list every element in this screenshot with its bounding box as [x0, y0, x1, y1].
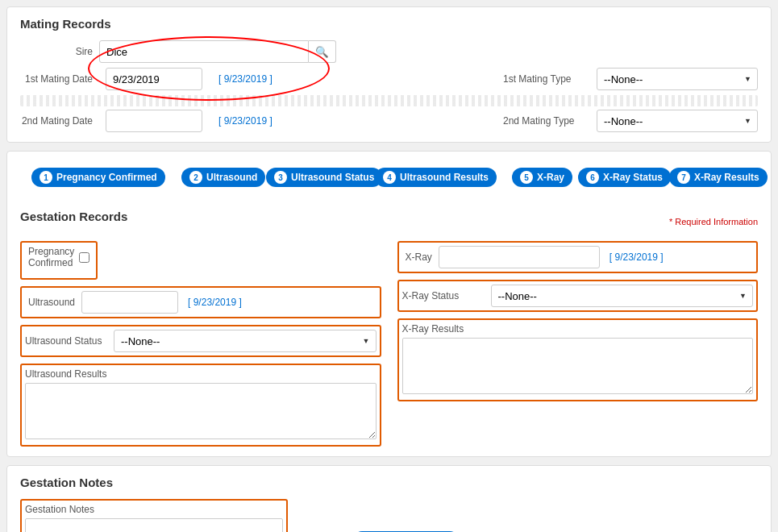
xray-status-select-wrapper: --None-- — [491, 285, 754, 307]
second-mating-type-select-wrapper: --None-- — [597, 110, 758, 132]
ultrasound-status-select[interactable]: --None-- — [114, 330, 377, 352]
gestation-notes-textarea[interactable] — [25, 518, 283, 532]
sire-input[interactable] — [99, 40, 309, 63]
preg-confirmed-label: PregnancyConfirmed — [28, 246, 74, 268]
gestation-notes-content: Gestation Notes 8 Gestation Notes — [20, 499, 758, 532]
ultrasound-date-input[interactable] — [81, 291, 178, 314]
page-wrapper: Mating Records Sire 🔍 1st Mating Date [ … — [0, 0, 778, 532]
second-mating-date-label: 2nd Mating Date — [20, 115, 93, 127]
badge-label-5: X-Ray — [537, 172, 564, 183]
ultrasound-results-box: Ultrasound Results — [20, 364, 381, 447]
ultrasound-results-label: Ultrasound Results — [25, 368, 377, 380]
xray-date-box: X-Ray [ 9/23/2019 ] — [397, 241, 759, 273]
ultrasound-results-textarea[interactable] — [25, 383, 377, 439]
badge-7: 7 X-Ray Results — [669, 168, 768, 187]
xray-status-label: X-Ray Status — [402, 290, 491, 301]
gestation-records-title: Gestation Records — [20, 210, 127, 223]
badge-num-4: 4 — [383, 171, 396, 184]
badge-num-1: 1 — [40, 171, 52, 184]
second-mating-type-label: 2nd Mating Type — [503, 115, 584, 127]
badge-label-2: Ultrasound — [206, 172, 257, 183]
first-mating-type-label: 1st Mating Type — [503, 73, 584, 85]
badge-4: 4 Ultrasound Results — [375, 168, 497, 187]
xray-date-input[interactable] — [439, 246, 600, 268]
badge-num-2: 2 — [189, 171, 202, 184]
badge-num-3: 3 — [274, 171, 287, 184]
pregnancy-confirmed-checkbox[interactable] — [79, 252, 89, 263]
pregnancy-confirmed-box: PregnancyConfirmed — [20, 241, 98, 280]
badge-num-7: 7 — [677, 171, 690, 184]
badge-label-3: Ultrasound Status — [291, 172, 374, 183]
ultrasound-status-label: Ultrasound Status — [25, 335, 114, 347]
ultrasound-date-hint: [ 9/23/2019 ] — [188, 297, 242, 308]
first-mating-date-input[interactable] — [106, 68, 202, 90]
badge-label-6: X-Ray Status — [603, 172, 663, 183]
gestation-notes-box: Gestation Notes — [20, 499, 288, 532]
badge-1: 1 Pregnancy Confirmed — [31, 168, 165, 187]
badge-2: 2 Ultrasound — [181, 168, 265, 187]
xray-results-box: X-Ray Results — [397, 318, 759, 401]
sire-input-group: 🔍 — [99, 40, 336, 63]
second-mating-type-select[interactable]: --None-- — [597, 110, 758, 132]
badge-label-1: Pregnancy Confirmed — [56, 172, 157, 183]
ultrasound-date-label: Ultrasound — [28, 297, 75, 308]
ultrasound-status-box: Ultrasound Status --None-- — [20, 325, 381, 357]
sire-row: Sire 🔍 — [20, 40, 758, 63]
second-mating-date-hint: [ 9/23/2019 ] — [218, 115, 273, 127]
xray-results-textarea[interactable] — [402, 338, 754, 394]
xray-date-label: X-Ray — [406, 251, 432, 263]
first-mating-type-select-wrapper: --None-- — [597, 68, 758, 90]
badge-label-4: Ultrasound Results — [400, 172, 489, 183]
first-mating-row: 1st Mating Date [ 9/23/2019 ] 1st Mating… — [20, 68, 758, 90]
badges-area: 1 Pregnancy Confirmed 2 Ultrasound 3 Ult… — [20, 161, 758, 210]
required-note: * Required Information — [669, 217, 758, 227]
xray-status-box: X-Ray Status --None-- — [397, 280, 759, 312]
mating-records-section: Mating Records Sire 🔍 1st Mating Date [ … — [6, 6, 772, 143]
ultrasound-status-select-wrapper: --None-- — [114, 330, 377, 352]
gestation-notes-title: Gestation Notes — [20, 476, 758, 489]
wavy-divider — [20, 95, 758, 106]
xray-status-select[interactable]: --None-- — [491, 285, 754, 307]
first-mating-date-hint: [ 9/23/2019 ] — [218, 73, 273, 85]
sire-search-button[interactable]: 🔍 — [309, 40, 336, 63]
gestation-notes-section: Gestation Notes Gestation Notes 8 Gestat… — [6, 465, 772, 532]
left-column: PregnancyConfirmed Ultrasound [ 9/23/201… — [20, 241, 381, 447]
xray-date-hint: [ 9/23/2019 ] — [610, 251, 664, 263]
preg-confirmed-row: PregnancyConfirmed — [28, 246, 89, 268]
right-column: X-Ray [ 9/23/2019 ] X-Ray Status --None-… — [397, 241, 759, 447]
gestation-records-section: 1 Pregnancy Confirmed 2 Ultrasound 3 Ult… — [6, 151, 772, 457]
second-mating-row: 2nd Mating Date [ 9/23/2019 ] 2nd Mating… — [20, 110, 758, 132]
mating-records-title: Mating Records — [20, 17, 758, 31]
second-mating-date-input[interactable] — [106, 110, 202, 132]
xray-results-label: X-Ray Results — [402, 323, 754, 335]
badge-6: 6 X-Ray Status — [578, 168, 671, 187]
gestation-columns: PregnancyConfirmed Ultrasound [ 9/23/201… — [20, 241, 758, 447]
ultrasound-status-inner: Ultrasound Status --None-- — [25, 330, 377, 352]
badge-num-5: 5 — [520, 171, 533, 184]
sire-label: Sire — [20, 46, 93, 57]
ultrasound-date-box: Ultrasound [ 9/23/2019 ] — [20, 286, 381, 318]
badge-5: 5 X-Ray — [512, 168, 572, 187]
first-mating-type-select[interactable]: --None-- — [597, 68, 758, 90]
badge-label-7: X-Ray Results — [694, 172, 759, 183]
first-mating-date-label: 1st Mating Date — [20, 73, 93, 85]
badge-num-6: 6 — [586, 171, 599, 184]
gestation-notes-field-label: Gestation Notes — [25, 504, 283, 515]
xray-status-inner: X-Ray Status --None-- — [402, 285, 754, 307]
badge-3: 3 Ultrasound Status — [266, 168, 382, 187]
